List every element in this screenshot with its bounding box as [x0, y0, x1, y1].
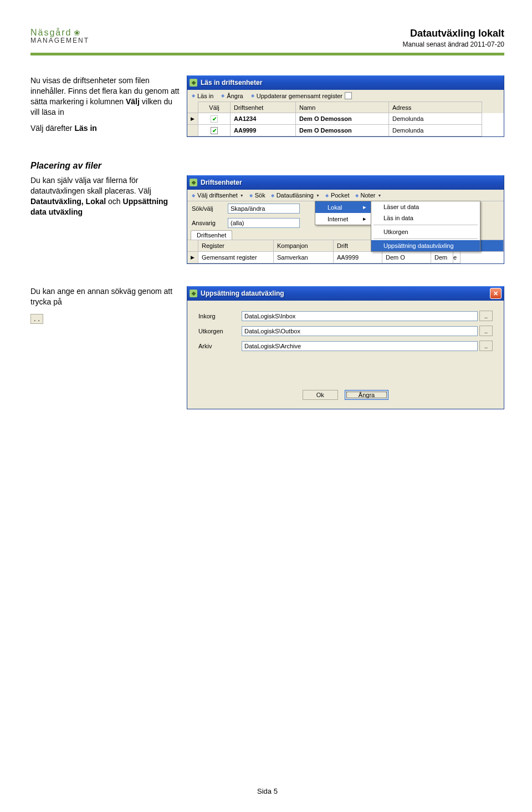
placering-heading: Placering av filer: [30, 161, 504, 171]
page-header: Näsgård ❀ MANAGEMENT Datautväxling lokal…: [30, 28, 504, 48]
s3-p1: Du kan ange en annan sökväg genom att tr…: [30, 286, 180, 307]
browse-button[interactable]: ..: [479, 341, 493, 351]
titlebar[interactable]: ❖ Driftsenheter: [187, 175, 504, 190]
browse-button[interactable]: ..: [479, 326, 493, 336]
row-indicator-head: [187, 101, 198, 113]
chevron-down-icon: ▼: [240, 194, 244, 197]
menu-lokal[interactable]: Lokal▸: [315, 201, 371, 213]
section-2-text: Du kan själv välja var filerna för datau…: [30, 175, 180, 223]
skapa-input[interactable]: Skapa/ändra: [228, 204, 300, 214]
arkiv-input[interactable]: DataLogiskS\Archive: [242, 341, 478, 351]
row-indicator-icon: ▶: [187, 252, 198, 263]
diamond-icon: ◆: [192, 193, 195, 198]
cancel-button[interactable]: Ångra: [345, 390, 388, 400]
dots-button-illustration: . .: [30, 314, 43, 324]
menu-las-in-data[interactable]: Läs in data: [371, 212, 480, 224]
col-driftsenhet[interactable]: Driftsenhet: [231, 101, 296, 113]
close-button[interactable]: ✕: [490, 288, 502, 299]
header-divider: [30, 53, 504, 55]
lbl: Pocket: [331, 192, 350, 199]
lbl: Drift: [337, 242, 348, 249]
menu-uppsattning-datautvaxling[interactable]: Uppsättning datautväxling: [371, 240, 480, 251]
s2-p1b: Datautväxling, Lokal: [30, 197, 106, 206]
table-row[interactable]: ▶ Gemensamt register Samverkan AA9999 De…: [187, 252, 504, 263]
col-adress[interactable]: Adress: [389, 101, 482, 113]
tb-update-register[interactable]: ◆Uppdaterar gemensamt register: [251, 92, 352, 99]
diamond-icon: ◆: [192, 93, 195, 98]
col-namn[interactable]: Namn: [296, 101, 389, 113]
menu-internet[interactable]: Internet▸: [315, 213, 371, 225]
chevron-down-icon: ▼: [377, 194, 381, 197]
inkorg-input[interactable]: DataLogiskS\Inbox: [242, 311, 478, 321]
win1-title: Läs in driftsenheter: [201, 79, 262, 87]
win1-toolbar: ◆Läs in ◆Ångra ◆Uppdaterar gemensamt reg…: [187, 90, 504, 101]
tb-sok[interactable]: ◆Sök: [249, 192, 265, 199]
inkorg-label: Inkorg: [198, 313, 242, 319]
ansvarig-input[interactable]: (alla): [228, 218, 300, 228]
diamond-icon: ◆: [249, 193, 253, 198]
tb-valj-driftsenhet[interactable]: ◆Välj driftsenhet ▼: [192, 192, 244, 199]
tb-pocket[interactable]: ◆Pocket: [325, 192, 350, 199]
section-1-screenshot: ❖ Läs in driftsenheter ◆Läs in ◆Ångra ◆U…: [187, 75, 504, 137]
extra-cell: Dem: [431, 252, 453, 263]
diamond-icon: ◆: [271, 193, 274, 198]
tb-datautlasning[interactable]: ◆Datautläsning ▼: [271, 192, 320, 199]
dialog-buttons: Ok Ångra: [198, 390, 493, 400]
col-kompanjon[interactable]: Kompanjon: [274, 240, 334, 252]
win1-grid: Välj Driftsenhet Namn Adress ▶ ✔ AA1234 …: [187, 101, 504, 136]
titlebar[interactable]: ❖ Läs in driftsenheter: [187, 75, 504, 90]
row-indicator: [187, 125, 198, 136]
tb-angra-label: Ångra: [227, 93, 243, 99]
win3-form: Inkorg DataLogiskS\Inbox .. Utkorgen Dat…: [187, 301, 504, 409]
menu-separator: [374, 238, 478, 239]
doc-subtitle: Manual senast ändrad 2011-07-20: [403, 40, 504, 48]
s1-p2b: Läs in: [74, 124, 96, 133]
win2-toolbar-1: ◆Välj driftsenhet ▼ ◆Sök ◆Datautläsning …: [187, 190, 504, 201]
form-row-utkorgen: Utkorgen DataLogiskS\Outbox ..: [198, 326, 493, 336]
row-indicator-head: [187, 240, 198, 252]
s1-p2a: Välj därefter: [30, 124, 74, 133]
checkbox-icon[interactable]: ✔: [211, 115, 218, 123]
table-row[interactable]: ▶ ✔ AA1234 Dem O Demosson Demolunda: [187, 113, 504, 125]
valj-cell[interactable]: ✔: [198, 125, 231, 136]
chevron-right-icon: ▸: [363, 204, 366, 211]
section-3-screenshot: ❖ Uppsättning datautväxling ✕ Inkorg Dat…: [187, 286, 504, 409]
section-2-screenshot: ❖ Driftsenheter ◆Välj driftsenhet ▼ ◆Sök…: [187, 175, 504, 264]
menu-laser-ut-data[interactable]: Läser ut data: [371, 201, 480, 212]
window-uppsattning-datautvaxling: ❖ Uppsättning datautväxling ✕ Inkorg Dat…: [187, 286, 504, 409]
tb-las-in[interactable]: ◆Läs in: [192, 93, 213, 99]
drift-cell: AA1234: [231, 113, 296, 125]
trail-cell: e: [453, 252, 461, 263]
window-las-in-driftsenheter: ❖ Läs in driftsenheter ◆Läs in ◆Ångra ◆U…: [187, 75, 504, 137]
tab-driftsenhet[interactable]: Driftsenhet: [191, 230, 232, 240]
titlebar[interactable]: ❖ Uppsättning datautväxling ✕: [187, 286, 504, 301]
close-icon: ✕: [493, 290, 498, 297]
table-row[interactable]: ✔ AA9999 Dem O Demosson Demolunda: [187, 125, 504, 136]
checkbox-icon[interactable]: ✔: [211, 127, 218, 134]
window-driftsenheter: ❖ Driftsenheter ◆Välj driftsenhet ▼ ◆Sök…: [187, 175, 504, 264]
valj-cell[interactable]: ✔: [198, 113, 231, 125]
tb-angra[interactable]: ◆Ångra: [221, 93, 243, 99]
logo: Näsgård ❀ MANAGEMENT: [30, 28, 89, 44]
utkorgen-input[interactable]: DataLogiskS\Outbox: [242, 326, 478, 336]
tb-noter[interactable]: ◆Noter ▼: [355, 192, 382, 199]
section-2: Du kan själv välja var filerna för datau…: [30, 175, 504, 264]
col-valj[interactable]: Välj: [198, 101, 231, 113]
form-row-inkorg: Inkorg DataLogiskS\Inbox ..: [198, 311, 493, 321]
ok-button[interactable]: Ok: [303, 390, 338, 400]
lbl: Internet: [328, 216, 348, 222]
tb-upd-label: Uppdaterar gemensamt register: [257, 93, 342, 99]
page-footer: Sida 5: [30, 770, 504, 795]
lbl: Välj driftsenhet: [197, 192, 238, 199]
lbl: Noter: [361, 192, 376, 199]
row-indicator-icon: ▶: [187, 113, 198, 125]
menu-wrap: Sök/välj Skapa/ändra Ansvarig (alla) Lok…: [187, 201, 504, 230]
menu-utkorgen[interactable]: Utkorgen: [371, 226, 480, 237]
browse-button[interactable]: ..: [479, 311, 493, 321]
submenu-datautlasning: Lokal▸ Internet▸: [315, 201, 371, 225]
col-register[interactable]: Register: [198, 240, 274, 252]
tb-las-in-label: Läs in: [197, 93, 213, 99]
chevron-right-icon: ▸: [363, 215, 366, 222]
diamond-icon: ◆: [355, 193, 359, 198]
update-register-checkbox[interactable]: [345, 92, 352, 99]
